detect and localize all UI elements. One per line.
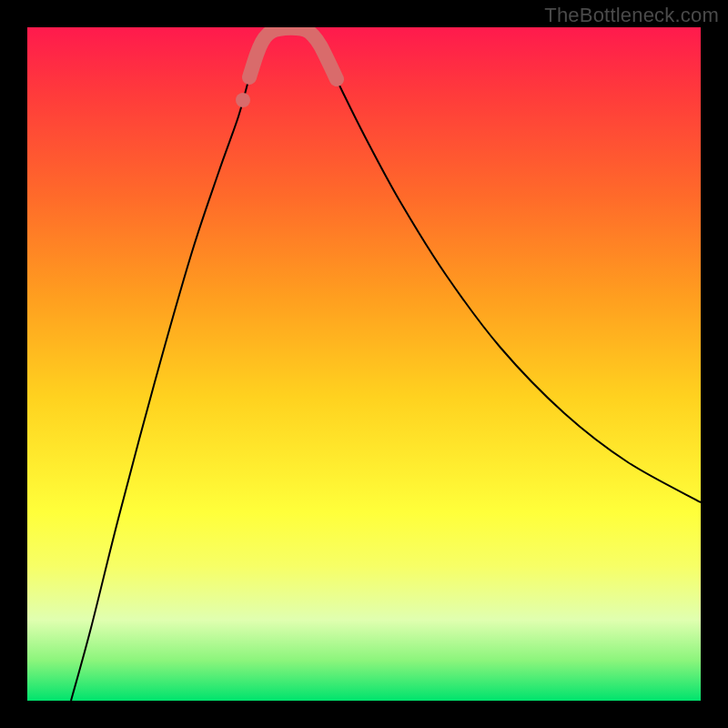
chart-frame: TheBottleneck.com	[0, 0, 728, 728]
chart-svg	[27, 27, 701, 701]
watermark-text: TheBottleneck.com	[544, 4, 719, 27]
highlight-arc	[249, 28, 337, 79]
plot-area	[27, 27, 701, 701]
highlight-dot	[236, 93, 250, 107]
bottleneck-curve	[71, 28, 701, 701]
